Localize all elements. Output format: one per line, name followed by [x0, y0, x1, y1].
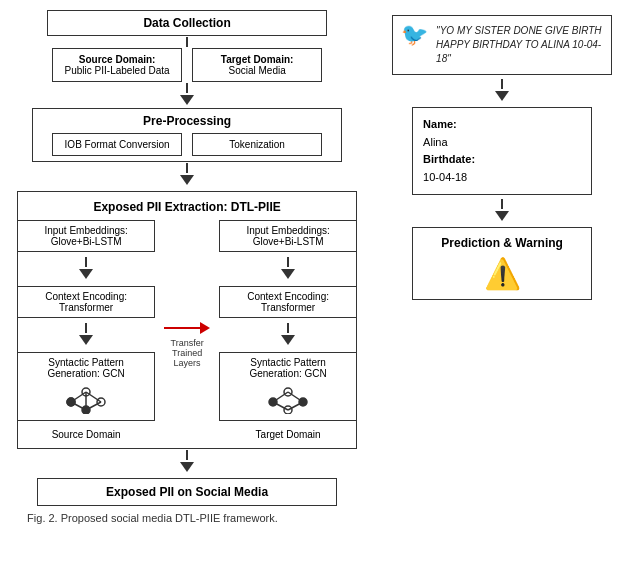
source-domain-label: Source Domain:	[59, 54, 175, 65]
arrowhead-src-1	[79, 269, 93, 279]
syntactic-left: Syntactic Pattern Generation: GCN	[17, 352, 155, 421]
arrowhead-r2	[495, 211, 509, 221]
birthdate-value: 10-04-18	[423, 169, 581, 187]
tokenization-box: Tokenization	[192, 133, 322, 156]
dtl-title: Exposed PII Extraction: DTL-PIIE	[26, 200, 348, 214]
twitter-box: 🐦 "YO MY SISTER DONE GIVE BIRTH HAPPY BI…	[392, 15, 612, 75]
birthdate-label: Birthdate:	[423, 151, 581, 169]
arrow-pre-to-dtl	[180, 163, 194, 187]
context-left: Context Encoding: Transformer	[17, 286, 155, 318]
gcn-graph-right	[263, 382, 313, 414]
info-box: Name: Alina Birthdate: 10-04-18	[412, 107, 592, 195]
target-domain-box: Target Domain: Social Media	[192, 48, 322, 82]
line-v4	[186, 450, 188, 460]
arrowhead-2	[180, 175, 194, 185]
arrow-src-1	[79, 257, 93, 281]
arrow-domains-to-pre	[180, 83, 194, 107]
pre-inner-row: IOB Format Conversion Tokenization	[52, 133, 322, 156]
arrowhead-tgt-2	[281, 335, 295, 345]
transfer-arrow-col: Transfer Trained Layers	[163, 220, 211, 440]
figure-caption: Fig. 2. Proposed social media DTL-PIIE f…	[17, 512, 357, 524]
domain-row: Source Domain: Public PII-Labeled Data T…	[52, 48, 322, 82]
prediction-label: Prediction & Warning	[423, 236, 581, 250]
arrowhead-src-2	[79, 335, 93, 345]
arrow-tgt-1	[281, 257, 295, 281]
svg-line-5	[71, 392, 86, 402]
input-embed-right: Input Embeddings: Glove+Bi-LSTM	[219, 220, 357, 252]
line-r1	[501, 79, 503, 89]
source-domain-footer: Source Domain	[52, 429, 121, 440]
arrowhead-3	[180, 462, 194, 472]
arrowhead-r1	[495, 91, 509, 101]
line-v1	[186, 37, 188, 47]
tweet-text: "YO MY SISTER DONE GIVE BIRTH HAPPY BIRT…	[436, 24, 603, 66]
context-right: Context Encoding: Transformer	[219, 286, 357, 318]
source-col: Input Embeddings: Glove+Bi-LSTM Context …	[17, 220, 155, 440]
target-domain-label: Target Domain:	[199, 54, 315, 65]
input-embed-left: Input Embeddings: Glove+Bi-LSTM	[17, 220, 155, 252]
dtl-box: Exposed PII Extraction: DTL-PIIE Input E…	[17, 191, 357, 449]
source-domain-box: Source Domain: Public PII-Labeled Data	[52, 48, 182, 82]
line-r2	[501, 199, 503, 209]
tokenization-label: Tokenization	[199, 139, 315, 150]
warning-icon: ⚠️	[423, 256, 581, 291]
red-arrow-container	[164, 322, 210, 334]
exposed-pii-text: Exposed PII on Social Media	[106, 485, 268, 499]
iob-label: IOB Format Conversion	[59, 139, 175, 150]
target-domain-sub: Social Media	[199, 65, 315, 76]
right-diagram: 🐦 "YO MY SISTER DONE GIVE BIRTH HAPPY BI…	[369, 10, 635, 524]
left-diagram: Data Collection Source Domain: Public PI…	[5, 10, 369, 524]
exposed-pii-box: Exposed PII on Social Media	[37, 478, 337, 506]
red-arrow-head	[200, 322, 210, 334]
arrowhead-tgt-1	[281, 269, 295, 279]
line-tgt-1	[287, 257, 289, 267]
target-domain-footer: Target Domain	[256, 429, 321, 440]
line-src-2	[85, 323, 87, 333]
target-col: Input Embeddings: Glove+Bi-LSTM Context …	[219, 220, 357, 440]
data-collection-title: Data Collection	[143, 16, 230, 30]
arrowhead-1	[180, 95, 194, 105]
arrow-src-2	[79, 323, 93, 347]
gcn-graph-left	[61, 382, 111, 414]
line-v3	[186, 163, 188, 173]
name-value: Alina	[423, 134, 581, 152]
line-v2	[186, 83, 188, 93]
name-label: Name:	[423, 116, 581, 134]
arrow-dc-to-domains	[186, 37, 188, 47]
prediction-warning-box: Prediction & Warning ⚠️	[412, 227, 592, 300]
svg-line-6	[86, 392, 101, 402]
iob-box: IOB Format Conversion	[52, 133, 182, 156]
syntactic-left-text: Syntactic Pattern Generation: GCN	[22, 357, 150, 379]
line-tgt-2	[287, 323, 289, 333]
svg-line-15	[288, 392, 303, 402]
preprocessing-title: Pre-Processing	[143, 114, 231, 128]
preprocessing-section: Pre-Processing IOB Format Conversion Tok…	[32, 108, 342, 162]
data-collection-box: Data Collection	[47, 10, 327, 36]
red-arrow-line	[164, 327, 200, 329]
source-domain-sub: Public PII-Labeled Data	[59, 65, 175, 76]
transfer-label: Transfer Trained Layers	[163, 338, 211, 368]
line-src-1	[85, 257, 87, 267]
arrow-dtl-to-exposed	[180, 450, 194, 474]
arrow-tgt-2	[281, 323, 295, 347]
arrow-info-to-warning	[495, 199, 509, 223]
twitter-bird-icon: 🐦	[401, 24, 428, 46]
syntactic-right-text: Syntactic Pattern Generation: GCN	[224, 357, 352, 379]
arrow-twitter-to-info	[495, 79, 509, 103]
svg-line-14	[273, 392, 288, 402]
syntactic-right: Syntactic Pattern Generation: GCN	[219, 352, 357, 421]
dtl-inner: Input Embeddings: Glove+Bi-LSTM Context …	[26, 220, 348, 440]
